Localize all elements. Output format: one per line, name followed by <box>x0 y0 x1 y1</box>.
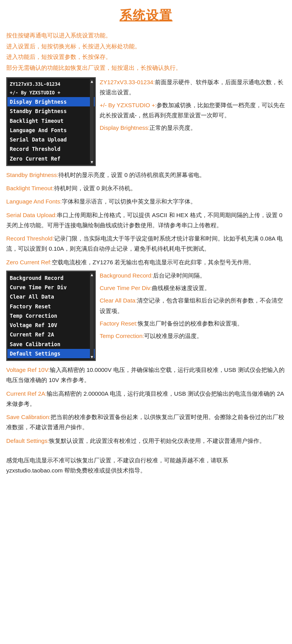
term-save-cal: Save Calibration: <box>6 414 51 420</box>
menu1-item-4[interactable]: Serial Data Upload <box>7 135 95 144</box>
text-backlight: 待机时间，设置 0 则永不待机。 <box>54 185 137 191</box>
desc-block-1: ZY127xV3.33-01234:前面显示硬件、软件版本，后面显示通电次数，长… <box>100 77 286 135</box>
term-bg-record: Background Record: <box>100 272 153 279</box>
term-voltage: Voltage Ref 10V: <box>6 366 50 373</box>
text-zero: 空载电流校准，ZY1276 若无输出也有电流显示可在此归零，其余型号无作用。 <box>52 259 255 265</box>
menu2-item-7[interactable]: Save Calibration <box>7 340 95 349</box>
term-standby: Standby Brightness: <box>6 172 58 178</box>
term-language: Language And Fonts: <box>6 198 62 205</box>
desc-factory: Factory Reset:恢复出厂时备份过的校准参数和设置项。 <box>100 318 286 329</box>
menu2-item-5[interactable]: Voltage Ref 10V <box>7 320 95 330</box>
text-standby: 待机时的显示亮度，设置 0 的话待机彻底关闭屏幕省电。 <box>58 172 205 178</box>
desc-plusminus: +/- By YZXSTUDIO +:参数加减切换，比如您要降低一档亮度，可以先… <box>100 100 286 121</box>
text-display-brightness: 正常的显示亮度。 <box>150 124 196 131</box>
para-default: Default Settings:恢复默认设置，此设置没有校准过，仅用于初始化仪… <box>6 436 286 446</box>
para-language: Language And Fonts:字体和显示语言，可以切换中英文显示和大字字… <box>6 196 286 207</box>
scroll-down-icon[interactable]: ▼ <box>91 160 93 164</box>
menu2-item-1[interactable]: Curve Time Per Div <box>7 283 95 292</box>
para-backlight: Backlight Timeout:待机时间，设置 0 则永不待机。 <box>6 183 286 193</box>
text-curve: 曲线横坐标速度设置。 <box>152 285 210 291</box>
scroll-up-icon[interactable]: ▲ <box>91 79 93 83</box>
scroll-down-icon-2[interactable]: ▼ <box>91 355 93 359</box>
menu2-item-6[interactable]: Current Ref 2A <box>7 330 95 339</box>
menu-panel-2: Background Record Curve Time Per Div Cle… <box>6 271 96 361</box>
menu-panel-1: ZY127xV3.33L-01234 +/- By YZXSTUDIO + Di… <box>6 77 96 166</box>
term-zero: Zero Current Ref: <box>6 259 52 265</box>
intro-line-1: 按住按键再通电可以进入系统设置功能。 <box>6 30 286 41</box>
full-paragraphs-1: Backlight Timeout:待机时间，设置 0 则永不待机。 Langu… <box>6 183 286 267</box>
desc-temp: Temp Correction:可以校准显示的温度。 <box>100 331 286 341</box>
footer-note: 感觉电压电流显示不准可以恢复出厂设置，不建议自行校准，可能越弄越不准，请联系 y… <box>6 455 286 476</box>
page-title: 系统设置 <box>6 7 286 24</box>
standby-brightness-para: Standby Brightness:待机时的显示亮度，设置 0 的话待机彻底关… <box>6 170 286 180</box>
text-default: 恢复默认设置，此设置没有校准过，仅用于初始化仪表使用，不建议普通用户操作。 <box>49 437 265 444</box>
desc-curve: Curve Time Per Div:曲线横坐标速度设置。 <box>100 283 286 293</box>
text-language: 字体和显示语言，可以切换中英文显示和大字字体。 <box>62 198 196 205</box>
section-1: ZY127xV3.33L-01234 +/- By YZXSTUDIO + Di… <box>6 77 286 166</box>
scroll-up-icon-2[interactable]: ▲ <box>91 272 93 277</box>
para-save-cal: Save Calibration:把当前的校准参数和设置备份起来，以供恢复出厂设… <box>6 412 286 433</box>
term-default: Default Settings: <box>6 437 49 444</box>
term-current: Current Ref 2A: <box>6 390 47 397</box>
term-record: Record Threshold: <box>6 235 54 242</box>
term-display-brightness: Display Brightness: <box>100 124 150 131</box>
menu1-header2: +/- By YZXSTUDIO + <box>7 88 95 97</box>
menu2-item-8[interactable]: Default Settings <box>7 349 95 358</box>
desc-zy127: ZY127xV3.33-01234:前面显示硬件、软件版本，后面显示通电次数，长… <box>100 77 286 98</box>
text-bg-record: 后台记录时间间隔。 <box>153 272 206 279</box>
text-current: 输出高精密的 2.00000A 电流，运行此项目校准，USB 测试仪会把输出的电… <box>6 390 284 407</box>
menu1-header: ZY127xV3.33L-01234 <box>7 80 95 88</box>
desc-clear: Clear All Data:清空记录，包含容量组和后台记录的所有参数，不会清空… <box>100 295 286 316</box>
term-factory: Factory Reset: <box>100 320 138 327</box>
intro-block: 按住按键再通电可以进入系统设置功能。 进入设置后，短按切换光标，长按进入光标处功… <box>6 30 286 73</box>
menu1-item-6[interactable]: Zero Current Ref <box>7 154 95 163</box>
term-serial: Serial Data Upload: <box>6 212 57 218</box>
term-curve: Curve Time Per Div: <box>100 285 152 291</box>
menu1-item-3[interactable]: Language And Fonts <box>7 126 95 135</box>
section-2: Background Record Curve Time Per Div Cle… <box>6 271 286 361</box>
desc-block-2: Background Record:后台记录时间间隔。 Curve Time P… <box>100 271 286 344</box>
para-zero: Zero Current Ref:空载电流校准，ZY1276 若无输出也有电流显… <box>6 257 286 267</box>
term-clear: Clear All Data: <box>100 297 137 304</box>
para-voltage: Voltage Ref 10V:输入高精密的 10.0000V 电压，并确保输出… <box>6 365 286 386</box>
menu2-item-2[interactable]: Clear All Data <box>7 292 95 301</box>
para-serial: Serial Data Upload:串口上传周期和上传格式，可以提供 ASCI… <box>6 210 286 231</box>
full-paragraphs-2: Voltage Ref 10V:输入高精密的 10.0000V 电压，并确保输出… <box>6 365 286 446</box>
text-factory: 恢复出厂时备份过的校准参数和设置项。 <box>138 320 243 327</box>
term-temp: Temp Correction: <box>100 333 144 339</box>
para-current: Current Ref 2A:输出高精密的 2.00000A 电流，运行此项目校… <box>6 389 286 409</box>
scrollbar-2: ▲ ▼ <box>90 272 94 359</box>
menu1-item-0[interactable]: Display Brightness <box>7 97 95 106</box>
text-temp: 可以校准显示的温度。 <box>144 333 202 339</box>
menu2-item-3[interactable]: Factory Reset <box>7 302 95 311</box>
term-plusminus: +/- By YZXSTUDIO +: <box>100 102 157 108</box>
menu1-item-5[interactable]: Record Threshold <box>7 144 95 154</box>
menu1-item-2[interactable]: Backlight Timeout <box>7 116 95 126</box>
term-backlight: Backlight Timeout: <box>6 185 54 191</box>
scrollbar-1: ▲ ▼ <box>90 79 94 164</box>
intro-line-2: 进入设置后，短按切换光标，长按进入光标处功能。 <box>6 41 286 51</box>
desc-bg-record: Background Record:后台记录时间间隔。 <box>100 271 286 281</box>
intro-line-3: 进入功能后，短按设置参数，长按保存。 <box>6 52 286 62</box>
term-zy127: ZY127xV3.33-01234: <box>100 79 155 85</box>
para-record: Record Threshold:记录门限，当实际电流大于等于设定值时系统才统计… <box>6 234 286 254</box>
menu2-item-0[interactable]: Background Record <box>7 273 95 283</box>
intro-line-4: 部分无需确认的功能比如恢复出厂设置，短按退出，长按确认执行。 <box>6 63 286 73</box>
desc-display-brightness: Display Brightness:正常的显示亮度。 <box>100 123 286 133</box>
menu2-item-4[interactable]: Temp Correction <box>7 311 95 320</box>
menu1-item-1[interactable]: Standby Brightness <box>7 106 95 116</box>
